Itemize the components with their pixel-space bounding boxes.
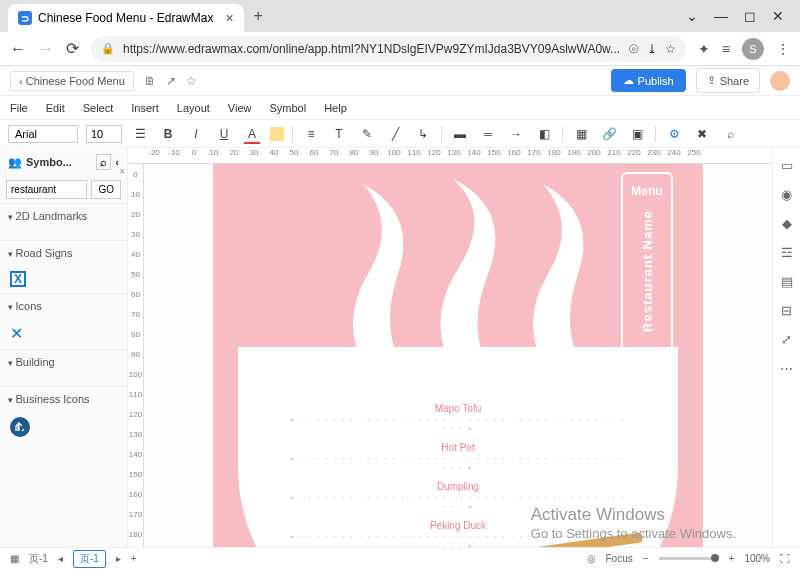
artboard[interactable]: Menu Restaurant Name Mapo Tofu• · · · · … <box>213 164 703 547</box>
rb-expand-icon[interactable]: ⤢ <box>781 332 792 347</box>
rb-theme-icon[interactable]: ◉ <box>781 187 792 202</box>
shadow-icon[interactable]: ◧ <box>534 124 554 144</box>
user-avatar[interactable] <box>770 71 790 91</box>
forward-button[interactable]: → <box>38 40 54 58</box>
connector-icon[interactable]: ↳ <box>413 124 433 144</box>
chevron-down-icon[interactable]: ⌄ <box>686 8 698 24</box>
size-select[interactable] <box>86 125 122 143</box>
share-button[interactable]: ⇪ Share <box>696 68 760 93</box>
section-icons[interactable]: Icons <box>0 293 127 318</box>
extensions-icon[interactable]: ✦ <box>698 41 710 57</box>
browser-tab[interactable]: ⊃ Chinese Food Menu - EdrawMax × <box>8 4 244 32</box>
menu-insert[interactable]: Insert <box>131 102 159 114</box>
fill-icon[interactable]: ▬ <box>450 124 470 144</box>
symbol-landmark[interactable] <box>0 228 127 240</box>
line-style-icon[interactable]: ═ <box>478 124 498 144</box>
arrow-style-icon[interactable]: → <box>506 124 526 144</box>
menu-edit[interactable]: Edit <box>46 102 65 114</box>
close-tab-icon[interactable]: × <box>225 10 233 26</box>
translate-icon[interactable]: ⦾ <box>629 42 639 56</box>
line-tool-icon[interactable]: ╱ <box>385 124 405 144</box>
search-go-button[interactable]: GO <box>91 180 121 199</box>
close-window-icon[interactable]: ✕ <box>772 8 784 24</box>
tools-icon[interactable]: ✖ <box>692 124 712 144</box>
right-toolbar: ▭ ◉ ◆ ☲ ▤ ⊟ ⤢ ⋯ <box>772 148 800 547</box>
symbol-building[interactable] <box>0 374 127 386</box>
font-select[interactable] <box>8 125 78 143</box>
favorite-icon[interactable]: ☆ <box>186 74 197 88</box>
italic-button[interactable]: I <box>186 124 206 144</box>
zoom-out-button[interactable]: − <box>643 553 649 564</box>
menu-layout[interactable]: Layout <box>177 102 210 114</box>
current-page-tab[interactable]: 页-1 <box>73 550 106 568</box>
add-page-button[interactable]: + <box>131 553 137 564</box>
section-2d-landmarks[interactable]: 2D Landmarks <box>0 203 127 228</box>
menu-icon[interactable]: ⋮ <box>776 41 790 57</box>
image-icon[interactable]: ▣ <box>627 124 647 144</box>
menu-help[interactable]: Help <box>324 102 347 114</box>
menu-symbol[interactable]: Symbol <box>269 102 306 114</box>
rb-comment-icon[interactable]: ⊟ <box>781 303 792 318</box>
bookmark-icon[interactable]: ☆ <box>665 42 676 56</box>
new-tab-button[interactable]: + <box>254 7 263 25</box>
minimize-icon[interactable]: — <box>714 8 728 24</box>
zoom-value: 100% <box>744 553 770 564</box>
pencil-icon[interactable]: ✎ <box>357 124 377 144</box>
canvas[interactable]: Menu Restaurant Name Mapo Tofu• · · · · … <box>144 164 772 547</box>
prev-page-icon[interactable]: ◂ <box>58 553 63 564</box>
text-box-icon[interactable]: T <box>329 124 349 144</box>
publish-button[interactable]: ☁ Publish <box>611 69 686 92</box>
align-left-icon[interactable]: ≡ <box>301 124 321 144</box>
canvas-area: -20-100102030405060708090100110120130140… <box>128 148 772 547</box>
symbol-search-input[interactable] <box>6 180 87 199</box>
menu-file[interactable]: File <box>10 102 28 114</box>
install-icon[interactable]: ⤓ <box>647 42 657 56</box>
font-color-button[interactable]: A <box>242 124 262 144</box>
menu-item[interactable]: Hot Pot• · · · · · · · · · · · · · · · ·… <box>288 442 628 472</box>
breadcrumb[interactable]: Chinese Food Menu <box>10 71 134 91</box>
rb-more-icon[interactable]: ⋯ <box>780 361 793 376</box>
back-button[interactable]: ← <box>10 40 26 58</box>
rb-style-icon[interactable]: ◆ <box>782 216 792 231</box>
decrease-indent-icon[interactable]: ☰ <box>130 124 150 144</box>
fit-screen-icon[interactable]: ⛶ <box>780 553 790 564</box>
menu-select[interactable]: Select <box>83 102 114 114</box>
side-label-title: Menu <box>631 184 662 198</box>
search-icon[interactable]: ⌕ <box>720 124 740 144</box>
link-icon[interactable]: 🔗 <box>599 124 619 144</box>
next-page-icon[interactable]: ▸ <box>116 553 121 564</box>
settings-icon[interactable]: ⚙ <box>664 124 684 144</box>
highlight-button[interactable] <box>270 127 284 141</box>
maximize-icon[interactable]: ◻ <box>744 8 756 24</box>
panel-search-icon[interactable]: ⌕ <box>96 154 111 170</box>
reload-button[interactable]: ⟳ <box>66 39 79 58</box>
profile-button[interactable]: S <box>742 38 764 60</box>
focus-icon[interactable]: ◎ <box>587 553 596 564</box>
page-label[interactable]: 页-1 <box>29 552 48 566</box>
section-business[interactable]: Business Icons <box>0 386 127 411</box>
menu-view[interactable]: View <box>228 102 252 114</box>
export-icon[interactable]: ↗ <box>166 74 176 88</box>
clear-search-icon[interactable]: × <box>119 166 125 177</box>
save-icon[interactable]: 🗎 <box>144 74 156 88</box>
symbol-utensils[interactable]: ✕ <box>0 318 127 349</box>
group-icon[interactable]: ▦ <box>571 124 591 144</box>
address-bar[interactable]: 🔒 https://www.edrawmax.com/online/app.ht… <box>91 36 686 62</box>
section-road-signs[interactable]: Road Signs <box>0 240 127 265</box>
symbol-business[interactable] <box>0 411 127 443</box>
menu-item[interactable]: Mapo Tofu• · · · · · · · · · · · · · · ·… <box>288 403 628 433</box>
symbol-roadsign[interactable]: X <box>0 265 127 293</box>
rb-layers-icon[interactable]: ▭ <box>781 158 793 173</box>
reading-list-icon[interactable]: ≡ <box>722 41 730 57</box>
zoom-in-button[interactable]: + <box>729 553 735 564</box>
separator <box>292 126 293 142</box>
underline-button[interactable]: U <box>214 124 234 144</box>
section-building[interactable]: Building <box>0 349 127 374</box>
status-right: ◎ Focus − + 100% ⛶ <box>587 553 791 564</box>
zoom-slider[interactable] <box>659 557 719 560</box>
rb-data-icon[interactable]: ▤ <box>781 274 793 289</box>
rb-history-icon[interactable]: ☲ <box>781 245 793 260</box>
bold-button[interactable]: B <box>158 124 178 144</box>
grid-icon[interactable]: ▦ <box>10 553 19 564</box>
symbols-panel: 👥 Symbo... ⌕ ‹ × GO 2D Landmarks Road Si… <box>0 148 128 547</box>
